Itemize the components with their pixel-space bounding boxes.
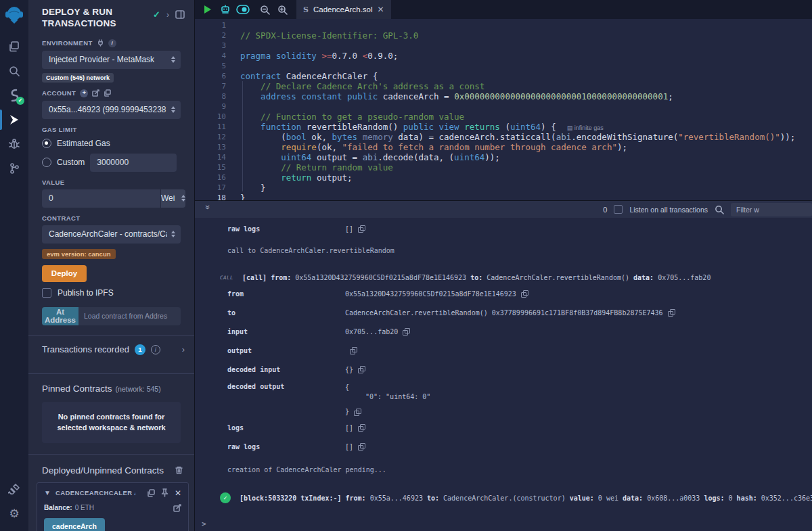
add-account-icon[interactable]: + [80, 89, 88, 97]
pin-contract-icon[interactable] [161, 488, 168, 497]
code-line-13[interactable]: 13 require(ok, "failed to fetch a random… [195, 142, 812, 152]
at-address-button[interactable]: At Address [42, 307, 78, 325]
git-icon[interactable] [0, 156, 28, 181]
publish-ipfs-option[interactable]: Publish to IPFS [42, 288, 181, 298]
terminal-header: » 0 Listen on all transactions [195, 200, 812, 218]
code-line-12[interactable]: 12 (bool ok, bytes memory data) = cadenc… [195, 132, 812, 142]
contract-label: CONTRACT [42, 214, 81, 222]
at-address-input[interactable] [78, 307, 181, 325]
deploy-run-icon[interactable] [0, 108, 28, 132]
custom-gas-option[interactable]: Custom [42, 154, 181, 172]
terminal-filter-input[interactable] [731, 203, 812, 216]
copy-icon[interactable] [358, 424, 365, 432]
copy-icon[interactable] [358, 443, 365, 451]
estimated-gas-radio[interactable] [42, 139, 51, 148]
run-script-play-icon[interactable] [199, 2, 217, 17]
copy-icon[interactable] [350, 347, 357, 354]
plugin-manager-icon[interactable] [0, 477, 28, 501]
icon-bar-bottom: ⚙ [0, 477, 28, 531]
panel-check-icon: ✓ [153, 9, 160, 20]
cadencearch-function-button[interactable]: cadenceArch [44, 518, 105, 531]
value-input[interactable] [42, 189, 160, 208]
code-line-1[interactable]: 1 [195, 20, 812, 30]
code-line-14[interactable]: 14 uint64 output = abi.decode(data, (uin… [195, 152, 812, 162]
pinned-contracts-empty-message: No pinned contracts found for selected w… [42, 402, 181, 443]
transactions-info-icon[interactable]: i [151, 345, 160, 354]
panel-forward-icon[interactable]: › [166, 10, 169, 20]
account-select[interactable]: 0x55a...46923 (999.9999453238 [42, 101, 181, 119]
tab-cadencearch-sol[interactable]: S CadenceArch.sol ✕ [296, 0, 391, 19]
code-line-4[interactable]: 4pragma solidity >=0.7.0 <0.9.0; [195, 51, 812, 61]
line-number: 14 [195, 152, 226, 162]
zoom-out-icon[interactable] [256, 2, 273, 17]
copy-icon[interactable] [358, 225, 365, 233]
copy-icon[interactable] [354, 409, 361, 416]
infinite-gas-badge: ▤ infinite gas [567, 124, 604, 131]
remix-logo[interactable] [4, 5, 24, 25]
environment-select[interactable]: Injected Provider - MetaMask [42, 51, 181, 69]
transactions-expand-icon[interactable]: › [182, 344, 185, 354]
terminal-row-raw-logs-2: raw logs [] [195, 437, 812, 456]
settings-gear-icon[interactable]: ⚙ [0, 501, 28, 526]
publish-ipfs-checkbox[interactable] [42, 288, 51, 298]
terminal-prompt[interactable]: > [195, 520, 812, 528]
clear-contracts-trash-icon[interactable] [175, 465, 183, 475]
copy-account-icon[interactable] [104, 89, 111, 97]
solidity-compiler-icon[interactable]: ✓ [0, 83, 28, 108]
terminal-search-icon[interactable] [715, 205, 724, 214]
code-line-10[interactable]: 10 // Function to get a pseudo-random va… [195, 112, 812, 122]
line-number: 9 [195, 101, 226, 112]
code-editor[interactable]: 12// SPDX-License-Identifier: GPL-3.034p… [195, 19, 812, 200]
edit-balance-icon[interactable] [173, 504, 181, 512]
pin-panel-icon[interactable] [175, 10, 185, 19]
active-tab-indicator [0, 110, 2, 130]
environment-info-icon[interactable]: i [108, 39, 116, 47]
listen-all-checkbox[interactable] [614, 205, 623, 214]
terminal-success-tx[interactable]: ✓ [block:5033220 txIndex:-] from: 0x55a.… [195, 492, 812, 503]
ai-assistant-robot-icon[interactable] [217, 2, 234, 17]
code-line-8[interactable]: 8 address constant public cadenceArch = … [195, 91, 812, 101]
close-tab-icon[interactable]: ✕ [378, 5, 384, 14]
search-icon[interactable] [0, 59, 28, 83]
remix-ide-window: ✓ [0, 0, 812, 531]
line-number: 11 [195, 122, 226, 132]
remove-contract-icon[interactable]: ✕ [175, 488, 181, 498]
terminal-call-summary[interactable]: CALL [call] from: 0x55a1320D432759960C5D… [195, 271, 812, 284]
code-line-7[interactable]: 7 // Declare Cadence Arch's address as a… [195, 81, 812, 91]
edit-account-icon[interactable] [92, 89, 99, 97]
copy-icon[interactable] [403, 328, 410, 336]
code-line-3[interactable]: 3 [195, 41, 812, 51]
copy-icon[interactable] [358, 366, 365, 373]
code-line-6[interactable]: 6contract CadenceArchCaler { [195, 71, 812, 81]
code-line-9[interactable]: 9 [195, 101, 812, 112]
terminal-tx-count: 0 [603, 206, 607, 214]
code-line-18[interactable]: 18} [195, 193, 812, 200]
code-line-2[interactable]: 2// SPDX-License-Identifier: GPL-3.0 [195, 30, 812, 41]
stepper-icon [181, 195, 185, 202]
zoom-in-icon[interactable] [273, 2, 291, 17]
balance-value: 0 ETH [75, 504, 94, 511]
estimated-gas-option[interactable]: Estimated Gas [42, 139, 181, 148]
code-line-16[interactable]: 16 return output; [195, 172, 812, 183]
contract-select[interactable]: CadenceArchCaler - contracts/Cac [42, 225, 181, 244]
copy-icon[interactable] [521, 290, 528, 298]
code-line-15[interactable]: 15 // Return random value [195, 162, 812, 172]
code-line-5[interactable]: 5 [195, 61, 812, 71]
debugger-icon[interactable] [0, 132, 28, 156]
code-text: address constant public cadenceArch = 0x… [226, 91, 673, 101]
custom-gas-radio[interactable] [42, 158, 51, 167]
collapse-contract-icon[interactable]: ▼ [44, 489, 51, 497]
code-line-17[interactable]: 17 } [195, 183, 812, 193]
copy-icon[interactable] [668, 309, 675, 317]
value-unit-select[interactable]: Wei [161, 189, 185, 208]
file-explorer-icon[interactable] [0, 34, 28, 59]
terminal-collapse-icon[interactable]: » [203, 205, 212, 214]
terminal-call-to-text: call to CadenceArchCaler.revertibleRando… [195, 244, 812, 257]
copy-address-icon[interactable] [147, 489, 155, 497]
success-check-icon: ✓ [220, 492, 231, 503]
deploy-button[interactable]: Deploy [42, 265, 87, 282]
code-line-11[interactable]: 11 function revertibleRandom() public vi… [195, 122, 812, 132]
line-number: 6 [195, 71, 226, 81]
custom-gas-input[interactable] [90, 154, 177, 172]
toggle-switch-icon[interactable] [234, 2, 252, 17]
